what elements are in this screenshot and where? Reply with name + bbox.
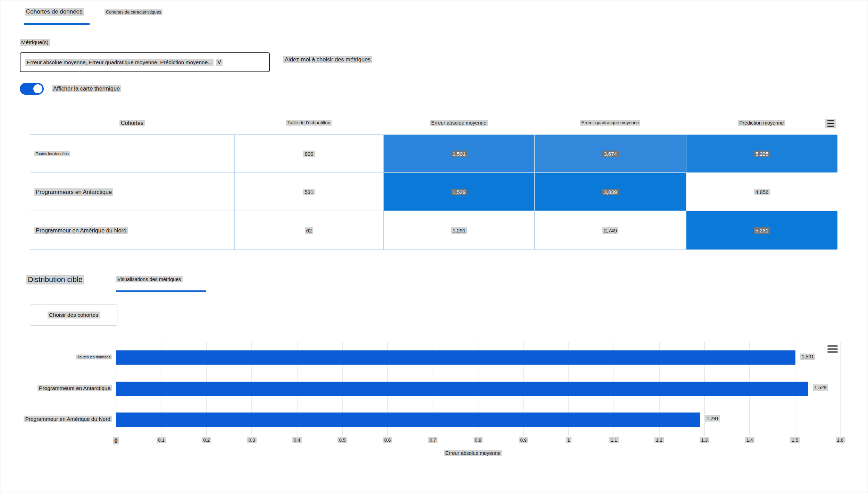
chart-menu-icon[interactable] bbox=[827, 345, 838, 354]
menu-bar-icon bbox=[827, 351, 838, 353]
x-tick-label: 1,5 bbox=[781, 437, 809, 443]
col-header-mean-absolute-error: Erreur absolue moyenne bbox=[430, 120, 488, 126]
x-tick-label: 0,5 bbox=[328, 437, 356, 443]
menu-bar-icon bbox=[827, 348, 838, 350]
help-choose-metrics-link[interactable]: Aidez-moi à choisir des métriques bbox=[283, 56, 372, 63]
menu-bar-icon bbox=[827, 345, 838, 347]
col-header-mean-squared-error: Erreur quadratique moyenne bbox=[580, 120, 641, 126]
chevron-down-icon: V bbox=[216, 59, 223, 66]
tab-target-distribution[interactable]: Distribution cible bbox=[26, 275, 84, 284]
x-tick-label: 0,4 bbox=[283, 437, 311, 443]
x-tick-label: 0 bbox=[102, 437, 130, 444]
tab-feature-cohorts[interactable]: Cohortes de caractéristiques bbox=[105, 9, 162, 15]
x-tick-label: 0,1 bbox=[147, 437, 175, 443]
model-overview-page: Cohortes de données Cohortes de caractér… bbox=[0, 0, 868, 493]
bar-2[interactable] bbox=[116, 382, 808, 396]
bar-value-label: 1,529 bbox=[813, 385, 828, 390]
x-tick-label: 1 bbox=[555, 437, 583, 443]
active-subtab-underline bbox=[116, 290, 206, 292]
metrics-selected-value: Erreur absolue moyenne, Erreur quadratiq… bbox=[25, 59, 214, 66]
sample-size-cell: 531 bbox=[235, 173, 384, 211]
heatmap-toggle[interactable] bbox=[20, 83, 44, 95]
y-axis-category-label: Toutes les données bbox=[14, 355, 112, 359]
chart-x-axis-label: Erreur absolue moyenne bbox=[444, 450, 502, 456]
x-tick-label: 0,9 bbox=[509, 437, 537, 443]
cohort-name-cell: Toutes les données bbox=[30, 135, 235, 173]
active-tab-underline bbox=[24, 23, 90, 25]
bar-1[interactable] bbox=[116, 350, 795, 365]
tab-metric-visualizations[interactable]: Visualisations des métriques bbox=[116, 276, 183, 282]
heatmap-value-cell[interactable]: 1,291 bbox=[384, 211, 535, 249]
x-tick-label: 0,7 bbox=[419, 437, 447, 443]
heatmap-value-cell[interactable]: 2,749 bbox=[535, 211, 686, 249]
heatmap-value-cell[interactable]: 5,231 bbox=[686, 211, 837, 249]
metrics-label: Métrique(s) bbox=[20, 39, 50, 46]
x-tick-label: 1,4 bbox=[736, 437, 763, 443]
x-tick-label: 0,8 bbox=[464, 437, 492, 443]
choose-cohorts-button-label: Choisir des cohortes bbox=[48, 312, 99, 318]
heatmap-value-cell[interactable]: 4,856 bbox=[686, 173, 837, 211]
x-tick-label: 1,3 bbox=[691, 437, 718, 443]
heatmap-value-cell[interactable]: 1,501 bbox=[384, 135, 535, 173]
tab-data-cohorts[interactable]: Cohortes de données bbox=[25, 8, 84, 16]
table-menu-icon[interactable]: ☰ bbox=[825, 119, 836, 128]
table-header-row: Cohortes Taille de l'échantillon Erreur … bbox=[30, 120, 837, 126]
x-tick-label: 0,3 bbox=[238, 437, 266, 443]
bar-3[interactable] bbox=[116, 413, 700, 427]
toggle-knob-icon bbox=[33, 84, 42, 93]
x-tick-label: 1,6 bbox=[826, 437, 854, 443]
chart-gridline bbox=[840, 342, 841, 436]
x-tick-label: 1,1 bbox=[600, 437, 628, 443]
y-axis-category-label: Programmeur en Amérique du Nord bbox=[14, 416, 112, 422]
heatmap-toggle-label: Afficher la carte thermique bbox=[52, 85, 121, 92]
col-header-cohorts: Cohortes bbox=[119, 120, 145, 126]
heatmap-value-cell[interactable]: 3,674 bbox=[535, 135, 686, 173]
heatmap-value-cell[interactable]: 5,205 bbox=[686, 135, 837, 173]
heatmap-value-cell[interactable]: 3,839 bbox=[535, 173, 686, 211]
y-axis-category-label: Programmeurs en Antarctique bbox=[14, 385, 112, 391]
x-tick-label: 0,2 bbox=[193, 437, 220, 443]
heatmap-table: Toutes les données8001,5013,6745,205Prog… bbox=[30, 134, 837, 250]
x-tick-label: 1,2 bbox=[645, 437, 673, 443]
col-header-mean-prediction: Prédiction moyenne bbox=[738, 120, 785, 126]
bar-value-label: 1,501 bbox=[800, 354, 815, 359]
choose-cohorts-button[interactable]: Choisir des cohortes bbox=[30, 305, 117, 325]
sample-size-cell: 800 bbox=[235, 135, 384, 173]
sample-size-cell: 62 bbox=[235, 211, 384, 249]
metrics-combobox[interactable]: Erreur absolue moyenne, Erreur quadratiq… bbox=[20, 52, 270, 72]
col-header-sample-size: Taille de l'échantillon bbox=[286, 120, 332, 126]
heatmap-value-cell[interactable]: 1,529 bbox=[384, 173, 535, 211]
x-tick-label: 0,6 bbox=[374, 437, 401, 443]
bar-value-label: 1,291 bbox=[705, 416, 720, 421]
cohort-name-cell: Programmeurs en Antarctique bbox=[30, 173, 235, 211]
cohort-name-cell: Programmeur en Amérique du Nord bbox=[30, 211, 235, 249]
